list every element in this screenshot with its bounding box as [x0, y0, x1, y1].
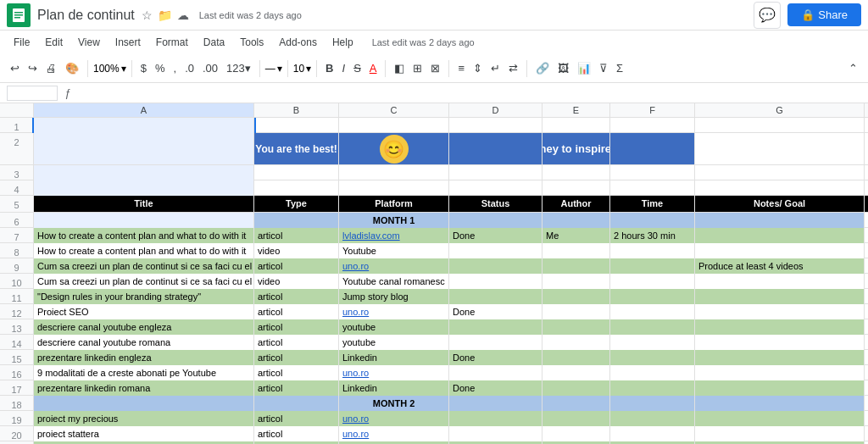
menu-format[interactable]: Format — [149, 35, 195, 50]
font-size-selector[interactable]: 10▾ — [293, 63, 311, 75]
cell-f14[interactable] — [610, 335, 695, 350]
cell-d5[interactable]: Status — [449, 196, 542, 212]
format-select[interactable]: 123▾ — [223, 60, 254, 76]
cell-a16[interactable]: 9 modalitati de a creste abonati pe Yout… — [34, 365, 254, 380]
menu-help[interactable]: Help — [326, 35, 360, 50]
cell-c12[interactable]: uno.ro — [339, 304, 449, 319]
col-header-a[interactable]: A — [34, 103, 254, 117]
cell-d13[interactable] — [449, 319, 542, 335]
cell-g5[interactable]: Notes/ Goal — [695, 196, 865, 212]
menu-tools[interactable]: Tools — [233, 35, 270, 50]
menu-edit[interactable]: Edit — [38, 35, 70, 50]
cell-f4[interactable] — [610, 180, 695, 196]
increase-decimal[interactable]: .00 — [199, 60, 221, 76]
currency-button[interactable]: $ — [137, 60, 150, 76]
cell-c4[interactable] — [339, 180, 449, 196]
border-button[interactable]: ⊞ — [409, 60, 426, 76]
cell-a5[interactable]: Title — [34, 196, 254, 212]
cell-d19[interactable] — [449, 411, 542, 426]
cell-c3[interactable] — [339, 165, 449, 180]
cell-b14[interactable]: articol — [254, 335, 339, 350]
cell-c13[interactable]: youtube — [339, 319, 449, 335]
cell-f1[interactable] — [610, 118, 695, 133]
cell-d7[interactable]: Done — [449, 228, 542, 243]
cell-a11[interactable]: "Design rules in your branding strategy" — [34, 289, 254, 304]
cell-g4[interactable] — [695, 180, 865, 196]
cell-g12[interactable] — [695, 304, 865, 319]
cell-f17[interactable] — [610, 380, 695, 396]
percent-button[interactable]: % — [152, 60, 169, 76]
cell-c15[interactable]: Linkedin — [339, 350, 449, 365]
cell-b3[interactable] — [254, 165, 339, 180]
col-header-b[interactable]: B — [254, 103, 339, 117]
cell-b12[interactable]: articol — [254, 304, 339, 319]
image-button[interactable]: 🖼 — [554, 60, 572, 76]
cell-d6[interactable] — [449, 213, 542, 228]
cell-e1[interactable] — [542, 118, 610, 133]
decrease-decimal[interactable]: .0 — [181, 60, 198, 76]
cell-b7[interactable]: articol — [254, 228, 339, 243]
cell-a19[interactable]: proiect my precious — [34, 411, 254, 426]
cell-d14[interactable] — [449, 335, 542, 350]
cell-d10[interactable] — [449, 274, 542, 289]
cell-c9[interactable]: uno.ro — [339, 258, 449, 274]
cell-b13[interactable]: articol — [254, 319, 339, 335]
print-button[interactable]: 🖨 — [42, 60, 60, 76]
paint-button[interactable]: 🎨 — [62, 60, 82, 76]
undo-button[interactable]: ↩ — [7, 60, 23, 76]
rtl-button[interactable]: ⇄ — [505, 60, 521, 76]
menu-data[interactable]: Data — [197, 35, 231, 50]
cell-c6[interactable]: MONTH 1 — [339, 213, 449, 228]
cell-d12[interactable]: Done — [449, 304, 542, 319]
cell-f19[interactable] — [610, 411, 695, 426]
merge-button[interactable]: ⊠ — [427, 60, 443, 76]
cell-e18[interactable] — [542, 396, 610, 411]
cell-e11[interactable] — [542, 289, 610, 304]
col-header-c[interactable]: C — [339, 103, 449, 117]
cell-a10[interactable]: Cum sa creezi un plan de continut si ce … — [34, 274, 254, 289]
cell-reference-input[interactable] — [7, 86, 58, 101]
cell-b5[interactable]: Type — [254, 196, 339, 212]
cell-g20[interactable] — [695, 426, 865, 441]
cell-g11[interactable] — [695, 289, 865, 304]
share-button[interactable]: 🔒 Share — [787, 3, 861, 26]
cell-b15[interactable]: articol — [254, 350, 339, 365]
font-color-button[interactable]: A — [366, 60, 381, 76]
cell-e17[interactable] — [542, 380, 610, 396]
cell-f11[interactable] — [610, 289, 695, 304]
cell-f2[interactable] — [610, 133, 695, 164]
cell-d4[interactable] — [449, 180, 542, 196]
cell-c19[interactable]: uno.ro — [339, 411, 449, 426]
cell-c2[interactable]: 😊 — [339, 133, 449, 164]
expand-button[interactable]: ⌃ — [845, 60, 861, 76]
cell-d18[interactable] — [449, 396, 542, 411]
cell-b11[interactable]: articol — [254, 289, 339, 304]
cell-g14[interactable] — [695, 335, 865, 350]
cell-f12[interactable] — [610, 304, 695, 319]
valign-button[interactable]: ⇕ — [470, 60, 486, 76]
cell-a7[interactable]: How to create a content plan and what to… — [34, 228, 254, 243]
cell-d3[interactable] — [449, 165, 542, 180]
cell-a2[interactable] — [34, 133, 254, 164]
col-header-f[interactable]: F — [610, 103, 695, 117]
cell-e5[interactable]: Author — [542, 196, 610, 212]
cell-g17[interactable] — [695, 380, 865, 396]
cell-e13[interactable] — [542, 319, 610, 335]
cell-g18[interactable] — [695, 396, 865, 411]
cell-c5[interactable]: Platform — [339, 196, 449, 212]
cell-a4[interactable] — [34, 180, 254, 196]
cell-g6[interactable] — [695, 213, 865, 228]
cell-b16[interactable]: articol — [254, 365, 339, 380]
cell-d8[interactable] — [449, 243, 542, 258]
cell-b9[interactable]: articol — [254, 258, 339, 274]
cell-g10[interactable] — [695, 274, 865, 289]
folder-icon[interactable]: 📁 — [158, 8, 172, 22]
link-button[interactable]: 🔗 — [532, 60, 553, 76]
cell-a8[interactable]: How to create a content plan and what to… — [34, 243, 254, 258]
fill-color-button[interactable]: ◧ — [391, 60, 408, 76]
cell-a15[interactable]: prezentare linkedin engleza — [34, 350, 254, 365]
cell-f6[interactable] — [610, 213, 695, 228]
cell-a20[interactable]: proiect stattera — [34, 426, 254, 441]
menu-file[interactable]: File — [7, 35, 36, 50]
chart-button[interactable]: 📊 — [574, 60, 594, 76]
